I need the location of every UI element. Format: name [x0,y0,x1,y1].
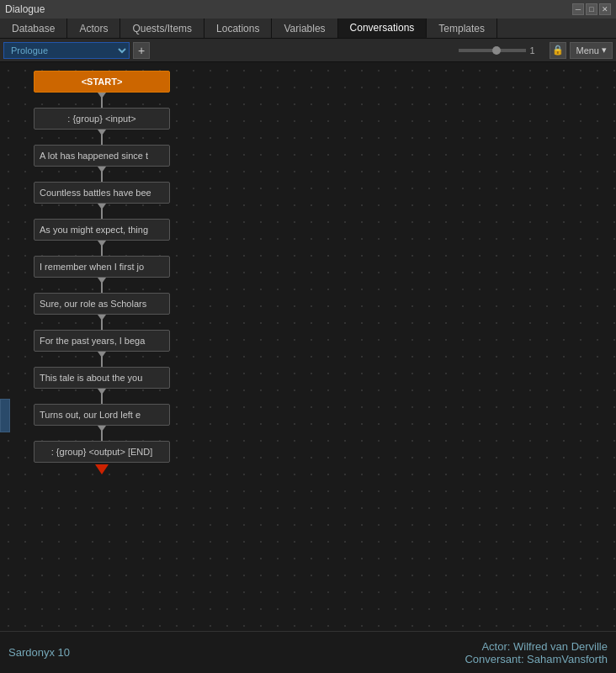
lock-button[interactable]: 🔒 [550,42,566,59]
menu-bar: DatabaseActorsQuests/ItemsLocationsVaria… [0,19,616,39]
dialogue-node-2[interactable]: Countless battles have bee [34,182,170,204]
start-node[interactable]: <START> [34,71,170,93]
prologue-dropdown[interactable]: Prologue [3,42,130,59]
title-bar-controls: ─ □ ✕ [572,3,611,15]
dialogue-node-5[interactable]: Sure, our role as Scholars [34,293,170,315]
window-title: Dialogue [5,3,45,15]
dialogue-1-label: A lot has happened since t [40,151,148,161]
dialogue-node-3[interactable]: As you might expect, thing [34,219,170,241]
dialogue-node-4[interactable]: I remember when I first jo [34,256,170,278]
tab-quests_items[interactable]: Quests/Items [120,19,204,38]
status-left: Sardonyx 10 [8,646,70,659]
zoom-slider[interactable] [459,49,526,52]
zoom-value: 1 [529,45,546,56]
connector-6 [101,315,103,330]
dialogue-node-8[interactable]: Turns out, our Lord left e [34,404,170,426]
connector-5 [101,278,103,293]
title-bar: Dialogue ─ □ ✕ [0,0,616,19]
menu-chevron-icon: ▾ [602,45,607,56]
dialogue-5-label: Sure, our role as Scholars [40,299,146,309]
end-marker [95,464,109,474]
start-node-label: <START> [82,77,123,87]
dialogue-2-label: Countless battles have bee [40,188,151,198]
connector-2 [101,167,103,182]
connector-9 [101,426,103,441]
output-node[interactable]: : {group} <output> [END] [34,441,170,463]
status-right: Actor: Wilfred van Derville Conversant: … [465,640,608,665]
connector-3 [101,204,103,219]
tab-variables[interactable]: Variables [272,19,337,38]
flow-container: <START> : {group} <input> A lot has happ… [34,71,170,474]
dialogue-3-label: As you might expect, thing [40,225,148,235]
menu-label: Menu [576,45,599,56]
tab-locations[interactable]: Locations [204,19,272,38]
menu-button[interactable]: Menu ▾ [570,42,613,59]
title-bar-left: Dialogue [5,3,45,15]
input-node[interactable]: : {group} <input> [34,108,170,130]
conversant-info: Conversant: SahamVansforth [465,653,608,665]
dialogue-6-label: For the past years, I bega [40,336,145,346]
output-node-label: : {group} <output> [END] [51,447,152,457]
lock-icon: 🔒 [552,45,564,56]
connector-0 [101,93,103,108]
tab-conversations[interactable]: Conversations [338,19,427,38]
add-button[interactable]: + [133,42,150,59]
connector-4 [101,241,103,256]
input-node-label: : {group} <input> [67,114,135,124]
dialogue-4-label: I remember when I first jo [40,262,144,272]
close-button[interactable]: ✕ [599,3,611,15]
dialogue-node-7[interactable]: This tale is about the you [34,367,170,389]
dialogue-7-label: This tale is about the you [40,373,142,383]
maximize-button[interactable]: □ [586,3,597,15]
minimize-button[interactable]: ─ [572,3,584,15]
actor-info: Actor: Wilfred van Derville [465,640,608,653]
tab-templates[interactable]: Templates [427,19,497,38]
tab-actors[interactable]: Actors [67,19,120,38]
status-bar: Sardonyx 10 Actor: Wilfred van Derville … [0,631,616,673]
canvas-area[interactable]: <START> : {group} <input> A lot has happ… [0,62,616,631]
zoom-control: 1 [459,45,546,56]
dialogue-node-6[interactable]: For the past years, I bega [34,330,170,352]
dialogue-8-label: Turns out, our Lord left e [40,410,141,420]
left-panel-handle[interactable] [0,399,10,432]
dialogue-node-1[interactable]: A lot has happened since t [34,145,170,167]
zoom-handle[interactable] [492,46,501,55]
connector-1 [101,130,103,145]
toolbar: Prologue + 1 🔒 Menu ▾ [0,39,616,62]
connector-7 [101,352,103,367]
connector-8 [101,389,103,404]
tab-database[interactable]: Database [0,19,67,38]
